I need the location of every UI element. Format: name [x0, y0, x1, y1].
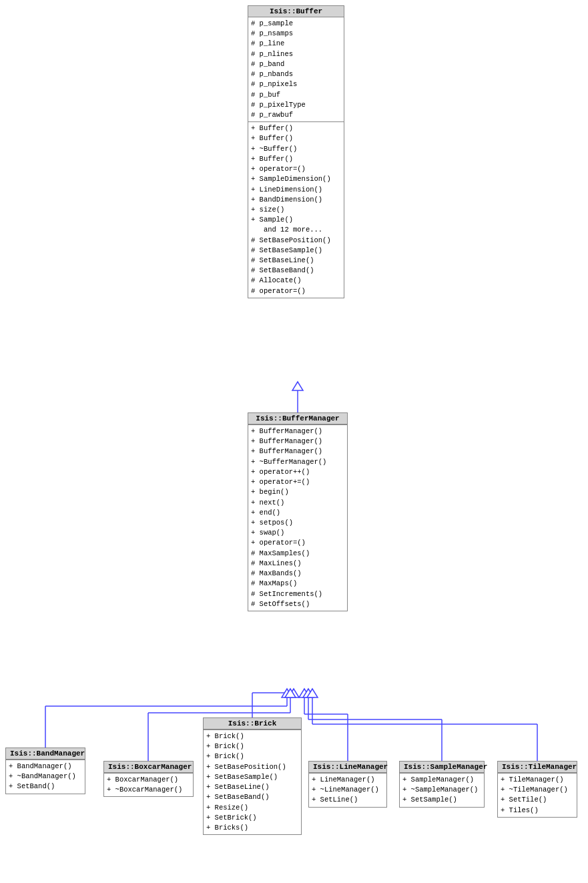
brick-title: Isis::Brick — [204, 718, 301, 729]
svg-marker-25 — [303, 689, 314, 697]
brick-box: Isis::Brick + Brick() + Brick() + Brick(… — [203, 717, 302, 835]
bandmanager-methods: + BandManager() + ~BandManager() + SetBa… — [6, 760, 85, 794]
samplemanager-box: Isis::SampleManager + SampleManager() + … — [399, 761, 485, 808]
boxcarmanager-methods: + BoxcarManager() + ~BoxcarManager() — [104, 774, 193, 796]
bandmanager-title: Isis::BandManager — [6, 748, 85, 760]
buffermanager-title: Isis::BufferManager — [248, 413, 347, 424]
boxcarmanager-title: Isis::BoxcarManager — [104, 762, 193, 773]
tilemanager-title: Isis::TileManager — [498, 762, 577, 773]
tilemanager-box: Isis::TileManager + TileManager() + ~Til… — [497, 761, 577, 818]
tilemanager-methods: + TileManager() + ~TileManager() + SetTi… — [498, 774, 577, 817]
svg-marker-22 — [282, 689, 292, 697]
svg-marker-26 — [307, 689, 318, 697]
svg-marker-2 — [292, 382, 303, 390]
linemanager-box: Isis::LineManager + LineManager() + ~Lin… — [308, 761, 387, 808]
samplemanager-methods: + SampleManager() + ~SampleManager() + S… — [400, 774, 484, 807]
linemanager-methods: + LineManager() + ~LineManager() + SetLi… — [309, 774, 386, 807]
diagram-container: Isis::Buffer # p_sample # p_nsamps # p_l… — [0, 0, 588, 883]
svg-marker-12 — [288, 689, 299, 697]
buffer-methods: + Buffer() + Buffer() + ~Buffer() + Buff… — [248, 122, 344, 298]
svg-marker-24 — [299, 689, 310, 697]
buffermanager-box: Isis::BufferManager + BufferManager() + … — [248, 412, 348, 611]
svg-marker-23 — [285, 689, 296, 697]
buffer-title: Isis::Buffer — [248, 6, 344, 17]
buffer-box: Isis::Buffer # p_sample # p_nsamps # p_l… — [248, 5, 344, 298]
linemanager-title: Isis::LineManager — [309, 762, 386, 773]
samplemanager-title: Isis::SampleManager — [400, 762, 484, 773]
buffermanager-methods: + BufferManager() + BufferManager() + Bu… — [248, 425, 347, 611]
boxcarmanager-box: Isis::BoxcarManager + BoxcarManager() + … — [103, 761, 194, 797]
bandmanager-box: Isis::BandManager + BandManager() + ~Ban… — [5, 748, 85, 794]
buffer-fields: # p_sample # p_nsamps # p_line # p_nline… — [248, 17, 344, 121]
brick-methods: + Brick() + Brick() + Brick() + SetBaseP… — [204, 730, 301, 834]
